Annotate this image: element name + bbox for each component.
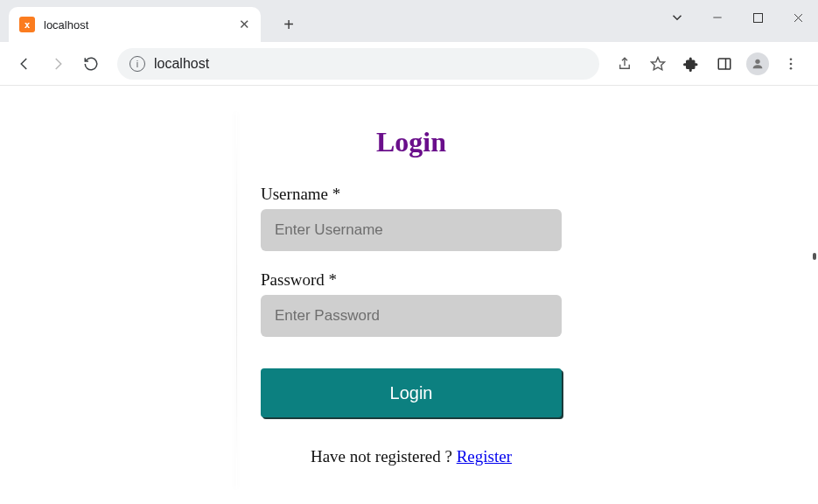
- password-label: Password *: [261, 270, 562, 290]
- svg-point-9: [790, 66, 793, 69]
- login-card: Login Username * Password * Login Have n…: [236, 94, 586, 504]
- browser-toolbar: i localhost: [0, 42, 818, 86]
- svg-marker-3: [652, 57, 665, 69]
- username-input[interactable]: [261, 209, 562, 251]
- close-tab-icon[interactable]: ✕: [239, 17, 250, 32]
- site-info-icon[interactable]: i: [129, 56, 145, 72]
- xampp-favicon-icon: [19, 17, 35, 32]
- password-input[interactable]: [261, 295, 562, 337]
- close-window-button[interactable]: [778, 0, 818, 35]
- svg-point-6: [755, 59, 759, 63]
- register-prompt: Have not registered ?: [311, 447, 457, 466]
- share-icon[interactable]: [610, 49, 640, 79]
- maximize-button[interactable]: [738, 0, 778, 35]
- username-label: Username *: [261, 185, 562, 204]
- bookmark-star-icon[interactable]: [643, 49, 673, 79]
- more-menu-icon[interactable]: [776, 49, 806, 79]
- new-tab-button[interactable]: +: [276, 12, 301, 37]
- minimize-button[interactable]: [697, 0, 738, 35]
- scrollbar-thumb[interactable]: [813, 253, 816, 260]
- page-viewport: Login Username * Password * Login Have n…: [0, 86, 818, 504]
- sidepanel-icon[interactable]: [710, 49, 739, 79]
- profile-avatar[interactable]: [743, 49, 773, 79]
- svg-point-7: [790, 58, 793, 60]
- page-title: Login: [261, 126, 562, 158]
- window-controls: [657, 0, 818, 35]
- browser-chrome: localhost ✕ + i localh: [0, 0, 818, 86]
- tab-search-caret-icon[interactable]: [657, 0, 697, 35]
- svg-point-8: [790, 62, 793, 65]
- extensions-icon[interactable]: [676, 49, 706, 79]
- address-bar[interactable]: i localhost: [117, 48, 599, 80]
- toolbar-right-icons: [610, 49, 809, 79]
- tab-strip: localhost ✕ +: [0, 0, 818, 42]
- reload-button[interactable]: [75, 48, 107, 80]
- back-button[interactable]: [9, 48, 40, 80]
- browser-tab[interactable]: localhost ✕: [9, 7, 261, 42]
- address-text: localhost: [154, 56, 209, 72]
- forward-button[interactable]: [42, 48, 73, 80]
- register-link[interactable]: Register: [457, 447, 512, 466]
- svg-rect-4: [718, 59, 731, 69]
- register-row: Have not registered ? Register: [261, 447, 562, 466]
- tab-title: localhost: [44, 18, 88, 32]
- login-button[interactable]: Login: [261, 368, 562, 417]
